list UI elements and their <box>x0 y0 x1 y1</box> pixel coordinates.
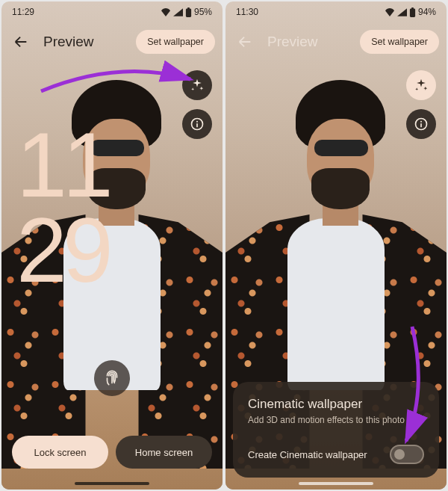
page-title: Preview <box>267 34 349 50</box>
lockscreen-clock: 11 29 <box>16 127 109 289</box>
svg-rect-4 <box>196 123 198 127</box>
effects-button[interactable] <box>182 70 212 100</box>
cinematic-toggle[interactable] <box>390 445 424 464</box>
home-screen-button[interactable]: Home screen <box>116 436 212 469</box>
battery-icon <box>185 7 192 17</box>
toggle-label: Create Cinematic wallpaper <box>248 449 367 460</box>
svg-point-3 <box>196 121 198 123</box>
svg-point-8 <box>420 121 422 123</box>
status-time: 11:30 <box>236 7 258 17</box>
set-wallpaper-button[interactable]: Set wallpaper <box>136 30 215 54</box>
page-title: Preview <box>43 34 125 50</box>
clock-minutes: 29 <box>16 212 109 290</box>
status-indicators: 95% <box>161 7 212 17</box>
back-button[interactable] <box>9 30 33 54</box>
battery-percent: 95% <box>194 7 212 17</box>
cinematic-wallpaper-sheet: Cinematic wallpaper Add 3D and motion ef… <box>233 382 439 478</box>
info-button[interactable] <box>182 109 212 139</box>
back-arrow-icon <box>13 34 29 50</box>
phone-screen-right: 11:30 94% Preview Set wallpaper Cinemati… <box>225 1 447 490</box>
back-button[interactable] <box>233 30 257 54</box>
sheet-subtitle: Add 3D and motion effects to this photo <box>248 415 424 425</box>
annotation-arrow <box>37 55 202 100</box>
phone-screen-left: 11:29 95% Preview Set wallpaper 11 29 Lo… <box>1 1 223 490</box>
clock-hours: 11 <box>16 127 109 205</box>
back-arrow-icon <box>237 34 253 50</box>
fingerprint-icon <box>102 368 122 388</box>
header: Preview Set wallpaper <box>1 24 223 60</box>
nav-handle[interactable] <box>75 482 149 485</box>
header: Preview Set wallpaper <box>225 24 447 60</box>
wifi-icon <box>161 8 171 16</box>
svg-rect-9 <box>420 123 422 127</box>
status-bar: 11:29 95% <box>1 1 223 22</box>
svg-rect-5 <box>410 8 415 17</box>
info-icon <box>190 117 205 132</box>
signal-icon <box>173 8 183 16</box>
signal-icon <box>397 8 407 16</box>
status-bar: 11:30 94% <box>225 1 447 22</box>
preview-mode-buttons: Lock screen Home screen <box>12 436 212 469</box>
effects-column <box>182 70 212 139</box>
status-time: 11:29 <box>12 7 34 17</box>
sheet-title: Cinematic wallpaper <box>248 397 424 412</box>
effects-button[interactable] <box>406 70 436 100</box>
battery-icon <box>409 7 416 17</box>
svg-rect-1 <box>187 7 190 9</box>
info-icon <box>414 117 429 132</box>
svg-rect-0 <box>186 8 191 17</box>
effects-column <box>406 70 436 139</box>
lock-screen-button[interactable]: Lock screen <box>12 436 108 469</box>
battery-percent: 94% <box>418 7 436 17</box>
wifi-icon <box>385 8 395 16</box>
svg-rect-6 <box>411 7 414 9</box>
nav-handle[interactable] <box>299 482 373 485</box>
info-button[interactable] <box>406 109 436 139</box>
fingerprint-button[interactable] <box>94 360 130 396</box>
sheet-toggle-row: Create Cinematic wallpaper <box>248 445 424 464</box>
set-wallpaper-button[interactable]: Set wallpaper <box>360 30 439 54</box>
status-indicators: 94% <box>385 7 436 17</box>
sparkle-icon <box>190 78 205 93</box>
sparkle-icon <box>414 78 429 93</box>
